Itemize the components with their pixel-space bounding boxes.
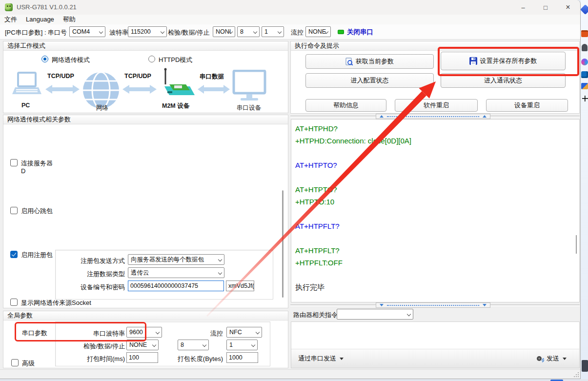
device-password-input[interactable]: xmVd5Jf( [226,281,254,291]
serial-stopbits-select[interactable]: 1 [226,340,258,350]
register-packet-label[interactable]: 启用注册包 [21,251,53,260]
show-socket-label[interactable]: 显示网络透传来源Socket [21,299,91,307]
register-packet-checkbox[interactable] [10,251,18,258]
serial-device-monitor-icon [232,70,267,103]
close-serial-link[interactable]: 关闭串口 [347,28,373,37]
menu-language[interactable]: Language [21,15,59,24]
advanced-checkbox[interactable] [11,359,19,366]
chevron-down-icon [278,30,282,34]
maximize-button[interactable]: □ [534,0,557,15]
node-pc-label: PC [21,102,30,109]
enter-config-button[interactable]: 进入配置状态 [305,73,434,88]
pack-len-input[interactable]: 1000 [226,352,258,363]
serial-baud-select[interactable]: 9600 [126,327,162,338]
radio-net-transparent-label[interactable]: 网络透传模式 [52,56,90,64]
splitter-dots [387,116,479,117]
desktop-icon-copilot[interactable] [581,59,588,65]
radio-httpd-mode[interactable] [148,56,155,62]
log-line [295,147,575,159]
menu-help[interactable]: 帮助 [59,15,80,24]
heartbeat-label[interactable]: 启用心跳包 [21,207,53,216]
connect-server-checkbox[interactable] [10,159,18,166]
radio-net-transparent-mode[interactable] [41,56,48,62]
pack-len-label: 打包长度(Bytes) [163,355,223,363]
desktop-icon-figure[interactable] [582,44,588,51]
set-save-params-button[interactable]: 设置并保存所有参数 [441,52,566,70]
stopbits-select[interactable]: 1 [262,26,284,37]
serial-flow-select[interactable]: NFC [226,327,262,338]
m2m-device-icon [158,68,196,104]
desktop-strip [581,0,588,381]
serial-parity-select[interactable]: NONE [126,340,159,350]
resize-grip[interactable] [573,372,579,378]
log-scrollbar[interactable] [576,235,577,254]
send-button[interactable]: 发送 [547,354,559,363]
reg-data-type-select[interactable]: 透传云 [128,267,224,278]
pack-time-input[interactable]: 100 [126,352,158,363]
log-area[interactable]: AT+HTPHD?+HTPHD:Connection: close[0D][0A… [291,119,580,302]
desktop-icon-toolbox[interactable] [581,30,588,37]
desktop-icon-dark[interactable] [582,360,588,372]
log-line: 执行完毕 [295,281,575,293]
connect-server-label[interactable]: 连接服务器 [21,159,53,168]
command-group-title: 执行命令及提示 [291,41,579,51]
minimize-button[interactable]: – [512,0,534,15]
chevron-down-icon [161,30,164,34]
reg-send-mode-select[interactable]: 向服务器发送的每个数据包 [128,254,224,265]
splitter-bottom [290,302,580,308]
device-id-input[interactable]: 00059614000000037475 [128,281,224,291]
serial-toolbar: [PC串口参数] : 串口号 COM4 波特率 115200 检验/数据/停止 … [0,24,580,40]
splitter-dots [387,305,479,306]
chevron-down-icon [253,30,257,34]
net-params-title: 网络透传模式相关参数 [3,115,288,124]
baud-select[interactable]: 115200 [128,26,167,37]
left-panel-scrollbar[interactable] [282,190,284,298]
send-via-serial-dropdown[interactable]: 通过串口发送 [298,354,336,363]
log-line: +HTPHD:Connection: close[0D][0A] [295,135,575,147]
arrow-pc-net-icon [45,84,80,94]
baud-label: 波特率 [109,28,128,37]
help-info-button[interactable]: 帮助信息 [305,99,386,112]
collapse-up-icon [483,115,487,118]
serial-databits-select[interactable]: 8 [178,340,209,350]
heartbeat-checkbox[interactable] [10,207,18,214]
arrow-m2m-serial-icon [198,84,230,94]
chevron-down-icon [152,343,156,347]
menu-bar: 文件 Language 帮助 [0,15,580,24]
speaker-icon [536,355,544,362]
serial-parity-label: 检验/数据/停止 [57,342,125,351]
software-restart-button[interactable]: 软件重启 [395,99,478,112]
enter-comm-button[interactable]: 进入通讯状态 [441,73,566,88]
desktop-icon-diamond[interactable] [581,4,588,15]
global-params-group: 全局参数 串口参数 串口波特率 9600 流控 NFC 检验/数据/停止 NON… [3,311,288,368]
show-socket-checkbox[interactable] [10,299,18,306]
com-port-select[interactable]: COM4 [69,26,105,37]
parity-select[interactable]: NONI [213,26,235,37]
send-panel: 通过串口发送 发送 [291,321,580,368]
device-restart-button[interactable]: 设备重启 [486,99,568,112]
advanced-label[interactable]: 高级 [22,359,35,368]
radio-httpd-label[interactable]: HTTPD模式 [159,56,192,64]
desktop-icon-outlook[interactable] [581,71,588,78]
chevron-down-icon [156,330,160,334]
splitter-bottom-handle[interactable] [376,302,490,308]
log-line: AT+HTPFLT? [295,220,575,232]
send-input-area[interactable] [291,322,579,350]
serial-params-label: 串口参数 [22,329,47,338]
collapse-down-icon [380,304,384,306]
link-tcp-udp-2: TCP/UDP [124,73,151,80]
work-mode-title: 选择工作模式 [3,41,288,51]
databits-select[interactable]: 8 [237,26,260,37]
get-params-button[interactable]: 获取当前参数 [305,54,434,69]
chevron-down-icon [203,343,206,347]
desktop-icon-app[interactable] [581,83,588,89]
node-net-label: 网络 [96,104,108,112]
menu-file[interactable]: 文件 [0,15,21,24]
close-button[interactable]: × [557,0,579,15]
node-m2m-label: M2M 设备 [162,102,189,110]
splitter-top-handle[interactable] [376,114,490,119]
router-cmd-select[interactable] [337,309,413,320]
flow-select[interactable]: NONE [305,26,331,37]
chevron-down-icon [407,312,411,316]
log-line: AT+HTPFLT? [295,244,575,257]
